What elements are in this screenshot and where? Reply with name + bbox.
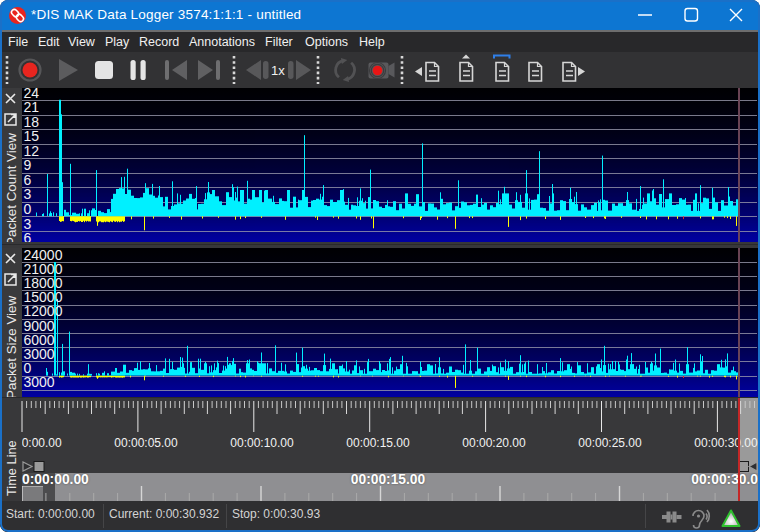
svg-text:6: 6	[24, 230, 32, 242]
svg-text:1x: 1x	[271, 63, 285, 78]
svg-text:21: 21	[24, 99, 40, 115]
svg-text:3000: 3000	[24, 374, 55, 390]
svg-text:18: 18	[24, 114, 40, 130]
svg-text:0: 0	[24, 201, 32, 217]
svg-text:9: 9	[24, 157, 32, 173]
svg-text:6: 6	[24, 172, 32, 188]
